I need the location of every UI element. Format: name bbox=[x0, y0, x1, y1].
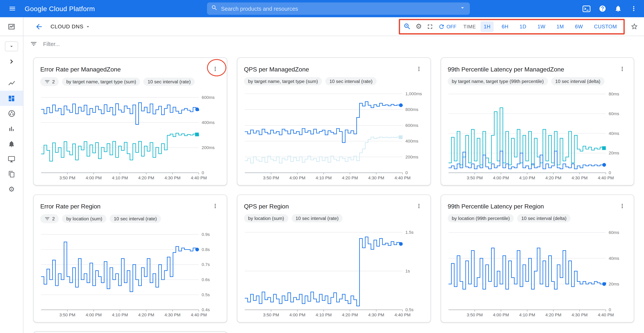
aggregation-chip[interactable]: by target name, target type (sum) bbox=[62, 78, 140, 86]
cloud-shell-icon[interactable] bbox=[582, 5, 591, 12]
aggregation-chip[interactable]: by target name, target type (99th percen… bbox=[448, 77, 548, 85]
star-icon[interactable] bbox=[630, 23, 638, 30]
svg-text:600ms: 600ms bbox=[202, 95, 214, 100]
filter-count-chip[interactable]: 2 bbox=[40, 214, 59, 223]
svg-text:4:30 PM: 4:30 PM bbox=[368, 176, 384, 180]
chart-menu-button[interactable] bbox=[413, 200, 424, 212]
settings-gear-icon[interactable]: ⚙ bbox=[416, 23, 422, 30]
chart-menu-button[interactable] bbox=[616, 63, 628, 75]
more-options-icon[interactable] bbox=[630, 5, 638, 12]
filter-input[interactable] bbox=[43, 41, 208, 47]
svg-text:600ms: 600ms bbox=[406, 123, 418, 128]
sidebar-item-alerting[interactable] bbox=[0, 136, 23, 151]
svg-text:4:30 PM: 4:30 PM bbox=[164, 176, 181, 180]
svg-text:0.8s: 0.8s bbox=[202, 247, 210, 252]
monitoring-logo-icon[interactable] bbox=[0, 17, 23, 36]
interval-chip[interactable]: 10 sec interval (delta) bbox=[551, 77, 604, 85]
svg-text:4:20 PM: 4:20 PM bbox=[546, 176, 562, 180]
refresh-icon bbox=[438, 23, 445, 30]
menu-icon[interactable] bbox=[6, 3, 18, 14]
sidebar-item-services[interactable] bbox=[0, 121, 23, 136]
aggregation-chip[interactable]: by location (99th percentile) bbox=[448, 214, 514, 222]
chart-menu-button[interactable] bbox=[616, 200, 628, 212]
time-range-button[interactable]: 6W bbox=[572, 21, 586, 32]
chart-menu-button[interactable] bbox=[210, 200, 221, 212]
expand-sidebar-button[interactable] bbox=[0, 54, 23, 69]
interval-chip[interactable]: 10 sec interval (delta) bbox=[517, 214, 570, 222]
time-range-button[interactable]: 1H bbox=[480, 21, 494, 32]
interval-chip[interactable]: 10 sec interval (rate) bbox=[292, 214, 343, 222]
interval-chip[interactable]: 10 sec interval (rate) bbox=[325, 77, 376, 85]
line-chart[interactable]: 1,000ms800ms600ms400ms200ms03:50 PM4:00 … bbox=[244, 87, 424, 183]
svg-text:4:30 PM: 4:30 PM bbox=[572, 176, 588, 180]
interval-chip[interactable]: 10 sec interval (rate) bbox=[110, 215, 161, 223]
svg-text:4:10 PM: 4:10 PM bbox=[112, 176, 128, 180]
filter-list-icon bbox=[44, 79, 50, 84]
sidebar-item-integrations[interactable] bbox=[0, 166, 23, 182]
kebab-icon bbox=[212, 203, 218, 209]
line-chart[interactable]: 80ms60ms40ms20ms03:50 PM4:00 PM4:10 PM4:… bbox=[448, 87, 628, 183]
search-dropdown-chevron-icon[interactable] bbox=[459, 4, 466, 13]
aggregation-chip[interactable]: by location (sum) bbox=[244, 214, 288, 222]
svg-text:80ms: 80ms bbox=[609, 92, 619, 96]
app-window: Google Cloud Platform bbox=[0, 0, 644, 333]
product-title: Google Cloud Platform bbox=[24, 5, 95, 13]
time-range-button[interactable]: 1W bbox=[534, 21, 549, 32]
line-chart[interactable]: 600ms400ms200ms03:50 PM4:00 PM4:10 PM4:2… bbox=[40, 87, 221, 183]
svg-text:0: 0 bbox=[609, 307, 611, 312]
time-range-button[interactable]: 6H bbox=[498, 21, 512, 32]
dashboard-toolbar: CLOUD DNS ⚙ bbox=[24, 17, 644, 36]
sidebar-item-groups[interactable] bbox=[0, 106, 23, 121]
chart-menu-button[interactable] bbox=[413, 63, 424, 75]
dashboard-name-dropdown[interactable]: CLOUD DNS bbox=[50, 23, 91, 29]
sidebar-item-uptime-checks[interactable] bbox=[0, 151, 23, 166]
search-input[interactable] bbox=[221, 5, 456, 12]
line-chart[interactable]: 1.5s1s0.5s3:50 PM4:00 PM4:10 PM4:20 PM4:… bbox=[244, 224, 424, 320]
kebab-icon bbox=[619, 203, 626, 209]
svg-text:3:50 PM: 3:50 PM bbox=[466, 176, 483, 180]
sidebar-item-dashboards[interactable] bbox=[0, 91, 23, 106]
svg-text:60ms: 60ms bbox=[609, 111, 619, 116]
auto-refresh-toggle[interactable]: OFF bbox=[438, 23, 456, 30]
notifications-icon[interactable] bbox=[614, 5, 622, 12]
svg-text:4:30 PM: 4:30 PM bbox=[164, 313, 181, 317]
line-chart[interactable]: 60ms40ms20ms03:50 PM4:00 PM4:10 PM4:20 P… bbox=[448, 224, 628, 320]
svg-text:4:40 PM: 4:40 PM bbox=[394, 313, 410, 317]
svg-text:0.7s: 0.7s bbox=[202, 262, 210, 267]
svg-text:200ms: 200ms bbox=[406, 155, 418, 159]
chart-title: 99th Percentile Latency per Region bbox=[448, 203, 544, 209]
time-range-button[interactable]: CUSTOM bbox=[591, 21, 620, 32]
workspace-selector[interactable] bbox=[5, 41, 18, 51]
svg-text:0: 0 bbox=[609, 170, 611, 175]
dashboard-icon bbox=[8, 95, 15, 102]
filter-count-chip[interactable]: 2 bbox=[40, 77, 59, 86]
svg-text:4:40 PM: 4:40 PM bbox=[598, 313, 614, 317]
svg-text:4:10 PM: 4:10 PM bbox=[112, 313, 128, 317]
zoom-in-icon[interactable] bbox=[403, 23, 411, 30]
svg-text:0.5s: 0.5s bbox=[202, 292, 210, 297]
search-bar[interactable] bbox=[207, 2, 470, 15]
sidebar-item-settings[interactable]: ⚙ bbox=[0, 182, 23, 197]
svg-text:800ms: 800ms bbox=[406, 107, 418, 112]
help-icon[interactable] bbox=[599, 5, 606, 12]
kebab-icon bbox=[212, 66, 218, 72]
back-button[interactable] bbox=[35, 22, 43, 31]
chart-card: 99th Percentile Latency per Region by lo… bbox=[441, 194, 634, 323]
interval-chip[interactable]: 10 sec interval (rate) bbox=[144, 78, 195, 86]
chart-title: Error Rate per ManagedZone bbox=[40, 65, 121, 72]
aggregation-chip[interactable]: by location (sum) bbox=[62, 215, 106, 223]
svg-text:4:40 PM: 4:40 PM bbox=[598, 176, 614, 180]
chart-title: 99th Percentile Latency per ManagedZone bbox=[448, 65, 564, 72]
time-range-button[interactable]: 1D bbox=[516, 21, 530, 32]
kebab-icon bbox=[416, 203, 422, 209]
chart-menu-button[interactable] bbox=[210, 63, 221, 75]
time-range-button[interactable]: 1M bbox=[553, 21, 567, 32]
sidebar-item-metrics-explorer[interactable] bbox=[0, 75, 23, 91]
svg-text:400ms: 400ms bbox=[406, 139, 418, 143]
chevron-down-icon bbox=[85, 23, 91, 29]
aggregation-chip[interactable]: by target name, target type (sum) bbox=[244, 77, 322, 85]
fullscreen-icon[interactable] bbox=[426, 23, 434, 30]
svg-text:4:30 PM: 4:30 PM bbox=[572, 313, 588, 317]
svg-text:0: 0 bbox=[406, 170, 408, 175]
line-chart[interactable]: 0.9s0.8s0.7s0.6s0.5s0.4s3:50 PM4:00 PM4:… bbox=[40, 224, 221, 320]
